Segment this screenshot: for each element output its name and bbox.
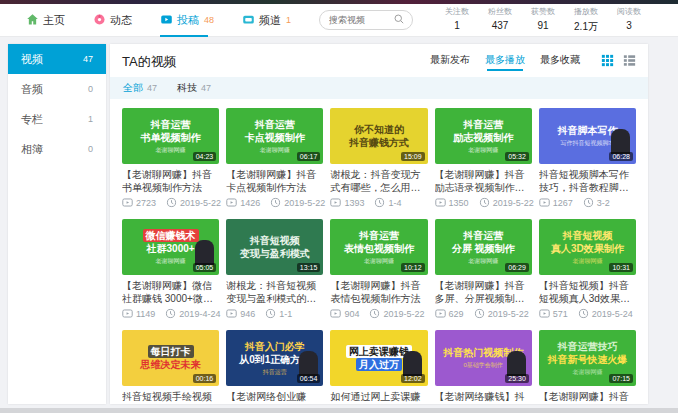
thumbnail-headline: 抖音运营 [463, 118, 503, 131]
video-card[interactable]: 每日打卡 思维决定未来 00:16 抖音短视频手绘视频制作教程 542 2019… [122, 330, 219, 404]
play-count-icon [330, 197, 341, 208]
play-count-icon [330, 308, 341, 319]
video-thumbnail[interactable]: 抖音脚本写作 写作抖音短视频脚本 06:28 [539, 108, 636, 164]
duration-badge: 06:17 [297, 152, 321, 161]
stat-reads[interactable]: 阅读数 3 [616, 6, 642, 34]
thumbnail-watermark: 0基础学会制作 [464, 361, 503, 370]
video-thumbnail[interactable]: 抖音热门视频制作 0基础学会制作 25:30 [435, 330, 532, 386]
video-thumbnail[interactable]: 你不知道的 抖音赚钱方式 15:09 [330, 108, 427, 164]
video-title[interactable]: 【老谢聊网赚】抖音励志语录视频制作方法 [435, 168, 532, 194]
tab-all[interactable]: 全部47 [123, 81, 157, 95]
sidebar-item-albums[interactable]: 相簿 0 [8, 134, 106, 164]
thumbnail-headline: 每日打卡 [148, 345, 194, 358]
search-icon[interactable] [393, 11, 405, 29]
thumbnail-headline: 抖音入门必学 [245, 340, 305, 353]
list-view-icon[interactable] [623, 53, 636, 71]
video-grid: 抖音运营 书单视频制作 老谢聊网赚 04:23 【老谢聊网赚】抖音书单视频制作方… [110, 99, 648, 404]
video-title[interactable]: 【老谢聊网赚】抖音新号快速火爆起来抖音赚钱 [539, 390, 636, 404]
video-card[interactable]: 抖音脚本写作 写作抖音短视频脚本 06:28 抖音短视频脚本写作技巧，抖音教程脚… [539, 108, 636, 208]
stat-following[interactable]: 关注数 1 [444, 6, 470, 34]
video-card[interactable]: 抖音运营 表情包视频制作 老谢聊网赚 10:12 【老谢聊网赚】抖音表情包视频制… [330, 219, 427, 319]
video-title[interactable]: 【老谢聊网赚】抖音书单视频制作方法 [122, 168, 219, 194]
play-count-value: 2723 [136, 198, 156, 208]
duration-badge: 10:31 [609, 263, 633, 272]
video-thumbnail[interactable]: 每日打卡 思维决定未来 00:16 [122, 330, 219, 386]
video-title[interactable]: 【老谢聊网赚】抖音卡点视频制作方法 [226, 168, 323, 194]
video-title[interactable]: 【老谢网络创业赚钱】抖音运营实战0到1必成抖音视频教程 [226, 390, 323, 404]
video-meta: 1426 2019-5-22 [226, 197, 323, 208]
top-navigation-bar: 主页 动态 投稿 48 频道 1 关注数 1 粉丝数 437 获赞数 91 播放… [0, 4, 678, 37]
nav-item-label: 频道 [259, 13, 281, 28]
thumbnail-subheadline: 励志视频制作 [453, 131, 513, 144]
sidebar-item-videos[interactable]: 视频 47 [8, 44, 106, 74]
nav-item-channels[interactable]: 频道 1 [242, 4, 291, 37]
publish-date: 3-2 [583, 197, 610, 208]
stat-plays[interactable]: 播放数 2.1万 [573, 6, 599, 34]
play-count-icon [226, 197, 237, 208]
video-title[interactable]: 如何通过网上卖课赚钱，做到0月付月入过万，卖课赚钱几种形式： [330, 390, 427, 404]
thumbnail-subheadline: 社群3000+ [147, 242, 195, 255]
sort-newest[interactable]: 最新发布 [430, 53, 470, 71]
video-card[interactable]: 你不知道的 抖音赚钱方式 15:09 谢根龙：抖音变现方式有哪些，怎么用抖音短视… [330, 108, 427, 208]
video-card[interactable]: 抖音短视频 真人3D效果制作 老谢聊网赚 10:31 【抖音短视频】抖音短视频真… [539, 219, 636, 319]
grid-view-icon[interactable] [601, 53, 614, 71]
video-thumbnail[interactable]: 抖音运营技巧 抖音新号快速火爆 老谢聊网赚 07:15 [539, 330, 636, 386]
thumbnail-subheadline: 真人3D效果制作 [551, 242, 624, 255]
video-search-box[interactable] [319, 10, 413, 30]
video-title[interactable]: 【老谢网络赚钱】抖音热门短视频制作方式 [435, 390, 532, 404]
video-thumbnail[interactable]: 抖音运营 励志视频制作 老谢聊网赚 05:32 [435, 108, 532, 164]
video-thumbnail[interactable]: 网上卖课赚钱 月入过万 12:02 [330, 330, 427, 386]
thumbnail-watermark: 老谢聊网赚 [260, 146, 290, 155]
sidebar-item-audio[interactable]: 音频 0 [8, 74, 106, 104]
sidebar-item-articles[interactable]: 专栏 1 [8, 104, 106, 134]
video-thumbnail[interactable]: 抖音运营 表情包视频制作 老谢聊网赚 10:12 [330, 219, 427, 275]
video-title[interactable]: 谢根龙：抖音短视频变现与盈利模式的方法，抖音赚钱你不知道的秘 [226, 279, 323, 305]
video-meta: 1149 2019-4-24 [122, 308, 219, 319]
publish-date-value: 2019-5-22 [180, 198, 221, 208]
duration-badge: 25:30 [505, 374, 529, 383]
video-title[interactable]: 【抖音短视频】抖音短视频真人3d效果制作 抖音热门视频制作教程 [539, 279, 636, 305]
stat-label: 播放数 [573, 6, 599, 17]
tab-tech[interactable]: 科技47 [177, 81, 211, 95]
video-title[interactable]: 【老谢聊网赚】抖音多屏、分屏视频制作方法 [435, 279, 532, 305]
video-card[interactable]: 抖音入门必学 从0到1正确方法 抖音运营 06:54 【老谢网络创业赚钱】抖音运… [226, 330, 323, 404]
stat-likes[interactable]: 获赞数 91 [530, 6, 556, 34]
video-thumbnail[interactable]: 抖音入门必学 从0到1正确方法 抖音运营 06:54 [226, 330, 323, 386]
video-thumbnail[interactable]: 抖音运营 书单视频制作 老谢聊网赚 04:23 [122, 108, 219, 164]
video-card[interactable]: 抖音热门视频制作 0基础学会制作 25:30 【老谢网络赚钱】抖音热门短视频制作… [435, 330, 532, 404]
video-thumbnail[interactable]: 抖音短视频 真人3D效果制作 老谢聊网赚 10:31 [539, 219, 636, 275]
stat-label: 阅读数 [616, 6, 642, 17]
thumbnail-headline: 抖音运营 [463, 229, 503, 242]
video-card[interactable]: 抖音运营 卡点视频制作 老谢聊网赚 06:17 【老谢聊网赚】抖音卡点视频制作方… [226, 108, 323, 208]
video-card[interactable]: 抖音短视频 变现与盈利模式 13:15 谢根龙：抖音短视频变现与盈利模式的方法，… [226, 219, 323, 319]
sort-most-favorited[interactable]: 最多收藏 [540, 53, 580, 71]
video-thumbnail[interactable]: 抖音运营 分屏 视频制作 老谢聊网赚 06:29 [435, 219, 532, 275]
nav-item-submissions[interactable]: 投稿 48 [160, 4, 214, 37]
video-card[interactable]: 抖音运营 书单视频制作 老谢聊网赚 04:23 【老谢聊网赚】抖音书单视频制作方… [122, 108, 219, 208]
video-card[interactable]: 抖音运营 分屏 视频制作 老谢聊网赚 06:29 【老谢聊网赚】抖音多屏、分屏视… [435, 219, 532, 319]
video-thumbnail[interactable]: 微信赚钱术 社群3000+ 老谢聊网赚 05:05 [122, 219, 219, 275]
clock-icon [474, 308, 485, 319]
video-card[interactable]: 抖音运营 励志视频制作 老谢聊网赚 05:32 【老谢聊网赚】抖音励志语录视频制… [435, 108, 532, 208]
video-title[interactable]: 抖音短视频脚本写作技巧，抖音教程脚本写作 [539, 168, 636, 194]
video-card[interactable]: 微信赚钱术 社群3000+ 老谢聊网赚 05:05 【老谢聊网赚】微信社群赚钱 … [122, 219, 219, 319]
stat-followers[interactable]: 粉丝数 437 [487, 6, 513, 34]
nav-item-dynamics[interactable]: 动态 [93, 4, 132, 37]
search-input[interactable] [327, 14, 393, 26]
video-title[interactable]: 抖音短视频手绘视频制作教程 [122, 390, 219, 404]
video-title[interactable]: 【老谢聊网赚】微信社群赚钱 3000+微信赚钱项目 [122, 279, 219, 305]
nav-item-home[interactable]: 主页 [26, 4, 65, 37]
video-card[interactable]: 网上卖课赚钱 月入过万 12:02 如何通过网上卖课赚钱，做到0月付月入过万，卖… [330, 330, 427, 404]
video-thumbnail[interactable]: 抖音短视频 变现与盈利模式 13:15 [226, 219, 323, 275]
sort-options: 最新发布 最多播放 最多收藏 [430, 53, 636, 71]
clock-icon [374, 197, 385, 208]
video-title[interactable]: 谢根龙：抖音变现方式有哪些，怎么用抖音短视频赚钱 [330, 168, 427, 194]
thumbnail-headline: 抖音运营 [151, 118, 191, 131]
video-card[interactable]: 抖音运营技巧 抖音新号快速火爆 老谢聊网赚 07:15 【老谢聊网赚】抖音新号快… [539, 330, 636, 404]
sort-most-played[interactable]: 最多播放 [485, 53, 525, 71]
thumbnail-subheadline: 表情包视频制作 [344, 242, 414, 255]
video-title[interactable]: 【老谢聊网赚】抖音表情包视频制作方法 [330, 279, 427, 305]
sidebar-item-count: 0 [88, 144, 93, 154]
publish-date-value: 2019-5-22 [383, 309, 424, 319]
video-thumbnail[interactable]: 抖音运营 卡点视频制作 老谢聊网赚 06:17 [226, 108, 323, 164]
